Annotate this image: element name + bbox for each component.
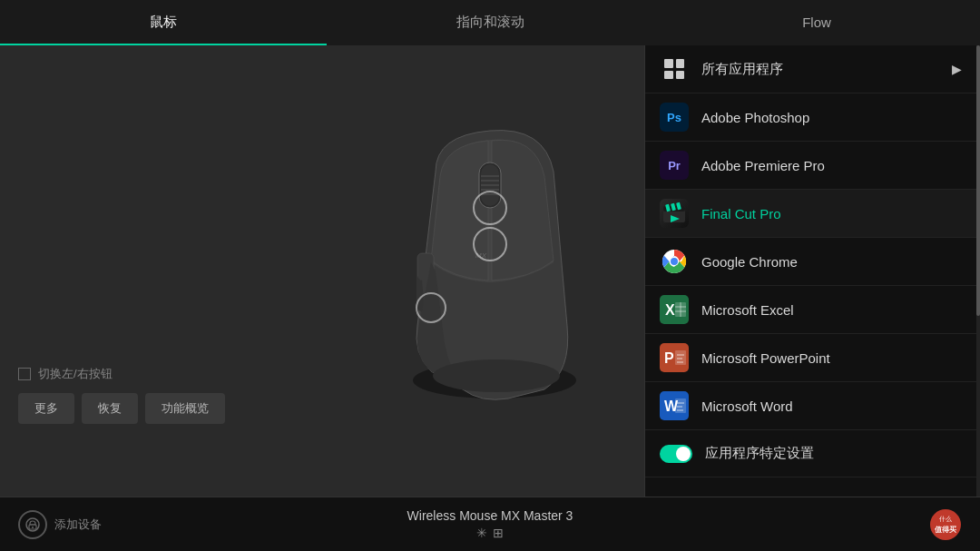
word-icon: W xyxy=(660,391,689,420)
dropdown-item-excel[interactable]: X Microsoft Excel xyxy=(645,286,980,334)
finalcut-label: Final Cut Pro xyxy=(701,206,965,221)
tab-mouse[interactable]: 鼠标 xyxy=(0,0,327,45)
overview-button[interactable]: 功能概览 xyxy=(145,393,225,424)
dropdown-item-chrome[interactable]: Google Chrome xyxy=(645,238,980,286)
toggle-knob xyxy=(676,447,691,461)
svg-text:P: P xyxy=(664,350,674,366)
cursor-indicator: ▶ xyxy=(952,62,962,76)
svg-rect-31 xyxy=(675,350,686,365)
tab-flow[interactable]: Flow xyxy=(653,0,980,45)
main-content: MX xyxy=(0,45,980,497)
app-specific-label: 应用程序特定设置 xyxy=(705,445,965,462)
fcp-icon xyxy=(660,199,689,228)
chrome-label: Google Chrome xyxy=(701,254,965,270)
dropdown-item-premiere[interactable]: Pr Adobe Premiere Pro xyxy=(645,142,980,190)
svg-text:X: X xyxy=(665,302,675,318)
tab-flow-label: Flow xyxy=(802,15,831,30)
top-nav: 鼠标 指向和滚动 Flow xyxy=(0,0,980,45)
grid-dot xyxy=(664,59,673,68)
device-name-section: Wireless Mouse MX Master 3 ✳ ⊞ xyxy=(407,508,573,540)
chrome-icon xyxy=(660,247,689,276)
ppt-svg: P xyxy=(660,343,689,372)
device-icons: ✳ ⊞ xyxy=(407,526,573,540)
word-svg: W xyxy=(660,391,689,420)
status-bar: 添加设备 Wireless Mouse MX Master 3 ✳ ⊞ 什么 值… xyxy=(0,497,980,551)
svg-text:值得买: 值得买 xyxy=(934,526,956,534)
ppt-icon: P xyxy=(660,343,689,372)
fcp-svg xyxy=(662,201,687,226)
dropdown-item-finalcut[interactable]: Final Cut Pro xyxy=(645,190,980,238)
svg-point-22 xyxy=(671,258,678,265)
scrollbar[interactable] xyxy=(976,45,980,497)
svg-rect-37 xyxy=(675,398,686,413)
dropdown-item-app-specific[interactable]: 应用程序特定设置 xyxy=(645,430,980,477)
tab-scroll[interactable]: 指向和滚动 xyxy=(327,0,653,45)
add-device-icon xyxy=(18,510,47,539)
swap-buttons-label: 切换左/右按钮 xyxy=(38,366,113,382)
grid-dot xyxy=(676,59,685,68)
restore-button[interactable]: 恢复 xyxy=(82,393,138,424)
excel-svg: X xyxy=(660,295,689,324)
dropdown-item-powerpoint[interactable]: P Microsoft PowerPoint xyxy=(645,334,980,382)
dropdown-item-photoshop[interactable]: Ps Adobe Photoshop xyxy=(645,93,980,142)
excel-label: Microsoft Excel xyxy=(701,302,965,318)
svg-point-10 xyxy=(433,359,560,392)
grid-icon xyxy=(660,54,689,84)
grid-icon-inner xyxy=(664,59,684,79)
lock-icon xyxy=(25,517,40,532)
app-window: 鼠标 指向和滚动 Flow xyxy=(0,0,980,551)
grid-dot xyxy=(676,71,685,80)
more-button[interactable]: 更多 xyxy=(18,393,74,424)
powerpoint-label: Microsoft PowerPoint xyxy=(701,350,965,366)
add-device-button[interactable]: 添加设备 xyxy=(18,510,102,539)
tab-mouse-label: 鼠标 xyxy=(150,14,177,31)
chrome-svg xyxy=(662,249,687,274)
photoshop-label: Adobe Photoshop xyxy=(701,110,965,125)
grid-dot xyxy=(664,71,673,80)
add-device-label: 添加设备 xyxy=(54,517,102,533)
premiere-label: Adobe Premiere Pro xyxy=(701,158,965,173)
all-apps-label: 所有应用程序 xyxy=(701,61,965,78)
svg-point-43 xyxy=(32,526,34,528)
zhide-brand-icon: 什么 值得买 xyxy=(929,508,962,541)
ps-icon: Ps xyxy=(660,103,689,132)
button-row: 更多 恢复 功能概览 xyxy=(18,393,225,424)
mouse-controls: 切换左/右按钮 更多 恢复 功能概览 xyxy=(18,366,225,424)
mouse-svg: MX xyxy=(363,99,617,444)
bottom-right: 什么 值得买 xyxy=(929,508,962,541)
excel-icon: X xyxy=(660,295,689,324)
checkbox-row: 切换左/右按钮 xyxy=(18,366,225,382)
svg-text:什么: 什么 xyxy=(938,516,952,522)
pr-icon: Pr xyxy=(660,151,689,180)
svg-point-44 xyxy=(930,509,961,540)
bluetooth-icon: ✳ xyxy=(476,526,487,540)
device-name: Wireless Mouse MX Master 3 xyxy=(407,508,573,523)
usb-icon: ⊞ xyxy=(493,526,504,540)
tab-scroll-label: 指向和滚动 xyxy=(456,14,524,31)
dropdown-item-word[interactable]: W Microsoft Word xyxy=(645,382,980,430)
word-label: Microsoft Word xyxy=(701,398,965,414)
dropdown-item-all-apps[interactable]: 所有应用程序 ▶ xyxy=(645,45,980,93)
scrollbar-thumb[interactable] xyxy=(976,45,980,316)
swap-buttons-checkbox[interactable] xyxy=(18,368,31,380)
dropdown-panel: 所有应用程序 ▶ Ps Adobe Photoshop Pr Adobe Pre… xyxy=(644,45,980,497)
app-specific-toggle[interactable] xyxy=(660,445,692,463)
